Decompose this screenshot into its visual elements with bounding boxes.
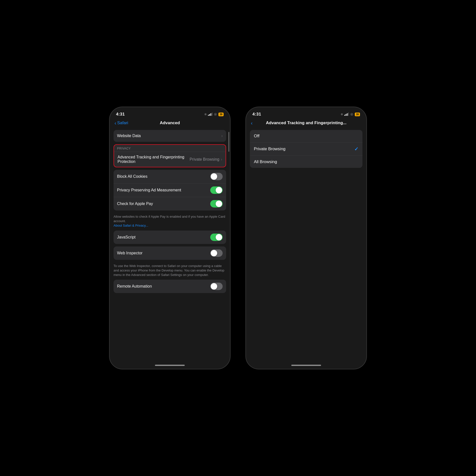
javascript-row[interactable]: JavaScript xyxy=(114,231,226,244)
battery-badge-right: 39 xyxy=(355,113,360,116)
phone-left: 4:31 ☉ 39 ‹ Safari Advanced Website Data xyxy=(109,107,231,369)
home-bar-left xyxy=(155,365,185,366)
nav-title-left: Advanced xyxy=(160,120,180,125)
nav-bar-left: ‹ Safari Advanced xyxy=(110,119,230,128)
website-data-row[interactable]: Website Data › xyxy=(114,130,226,142)
home-indicator-right xyxy=(246,361,366,369)
remote-automation-row[interactable]: Remote Automation xyxy=(114,280,226,293)
web-inspector-description: To use the Web Inspector, connect to Saf… xyxy=(114,262,226,280)
block-cookies-toggle[interactable] xyxy=(210,173,223,180)
javascript-group: JavaScript xyxy=(114,231,226,244)
option-row-off[interactable]: Off xyxy=(250,130,362,142)
status-icons-right: ☉ 39 xyxy=(341,113,360,116)
advanced-tracking-value: Private Browsing xyxy=(190,157,219,162)
website-data-group: Website Data › xyxy=(114,130,226,142)
signal-icon-right xyxy=(344,113,349,116)
web-inspector-toggle[interactable] xyxy=(210,249,223,257)
web-inspector-row[interactable]: Web Inspector xyxy=(114,246,226,260)
home-bar-right xyxy=(291,365,321,366)
screen-content-left[interactable]: Website Data › PRIVACY Advanced Tracking… xyxy=(110,128,230,361)
nav-bar-right: ‹ Advanced Tracking and Fingerprinting..… xyxy=(246,119,366,128)
option-label-all: All Browsing xyxy=(254,159,277,164)
web-inspector-group: Web Inspector xyxy=(114,246,226,260)
back-button-left[interactable]: ‹ Safari xyxy=(115,120,128,125)
time-left: 4:31 xyxy=(116,112,125,117)
checkmark-icon: ✓ xyxy=(354,146,358,152)
time-right: 4:31 xyxy=(252,112,261,117)
remote-automation-group: Remote Automation xyxy=(114,280,226,293)
home-indicator-left xyxy=(110,361,230,369)
apple-pay-description: Allow websites to check if Apple Pay is … xyxy=(114,213,226,231)
back-button-right[interactable]: ‹ xyxy=(251,120,253,125)
website-data-label: Website Data xyxy=(117,134,221,138)
javascript-knob xyxy=(216,234,222,240)
apple-pay-knob xyxy=(216,201,222,207)
back-label-left: Safari xyxy=(117,120,128,125)
options-group: Off Private Browsing ✓ All Browsing xyxy=(250,130,362,168)
privacy-section-label: PRIVACY xyxy=(114,145,226,152)
privacy-ad-row[interactable]: Privacy Preserving Ad Measurement xyxy=(114,183,226,197)
privacy-group: PRIVACY Advanced Tracking and Fingerprin… xyxy=(114,144,226,167)
option-row-private[interactable]: Private Browsing ✓ xyxy=(250,142,362,155)
remote-automation-label: Remote Automation xyxy=(117,284,210,289)
advanced-tracking-chevron: › xyxy=(221,157,222,162)
block-cookies-label: Block All Cookies xyxy=(117,174,210,179)
back-chevron-left: ‹ xyxy=(115,120,116,125)
block-cookies-row[interactable]: Block All Cookies xyxy=(114,170,226,183)
web-inspector-knob xyxy=(211,250,217,256)
apple-pay-row[interactable]: Check for Apple Pay xyxy=(114,197,226,210)
advanced-tracking-row[interactable]: Advanced Tracking and Fingerprinting Pro… xyxy=(114,152,226,167)
signal-icon xyxy=(208,113,212,116)
privacy-ad-label: Privacy Preserving Ad Measurement xyxy=(117,188,210,192)
phone-right: 4:31 ☉ 39 ‹ Advanced Tracking and Finger… xyxy=(245,107,367,369)
nav-title-right: Advanced Tracking and Fingerprinting... xyxy=(266,120,347,125)
scrollbar-thumb xyxy=(228,132,229,152)
bluetooth-icon xyxy=(205,113,207,115)
option-label-off: Off xyxy=(254,134,259,139)
privacy-ad-toggle[interactable] xyxy=(210,186,223,194)
wifi-icon: ☉ xyxy=(214,113,217,116)
apple-pay-toggle[interactable] xyxy=(210,200,223,208)
remote-automation-knob xyxy=(211,283,217,290)
safari-privacy-link[interactable]: About Safari & Privacy... xyxy=(114,224,148,227)
website-data-chevron: › xyxy=(221,134,223,138)
back-chevron-right: ‹ xyxy=(251,120,253,125)
privacy-ad-knob xyxy=(216,187,222,193)
web-inspector-label: Web Inspector xyxy=(117,251,210,255)
remote-automation-toggle[interactable] xyxy=(210,283,223,290)
screen-content-right[interactable]: Off Private Browsing ✓ All Browsing xyxy=(246,128,366,361)
javascript-label: JavaScript xyxy=(117,235,210,239)
battery-badge-left: 39 xyxy=(218,113,224,116)
block-cookies-knob xyxy=(211,173,217,180)
wifi-icon-right: ☉ xyxy=(350,113,353,116)
cookies-group: Block All Cookies Privacy Preserving Ad … xyxy=(114,170,226,210)
status-bar-left: 4:31 ☉ 39 xyxy=(110,107,230,119)
apple-pay-label: Check for Apple Pay xyxy=(117,202,210,206)
status-icons-left: ☉ 39 xyxy=(205,113,224,116)
javascript-toggle[interactable] xyxy=(210,234,223,241)
scrollbar-track xyxy=(228,132,229,361)
bluetooth-icon-right xyxy=(341,113,343,115)
option-label-private: Private Browsing xyxy=(254,147,286,151)
advanced-tracking-label: Advanced Tracking and Fingerprinting Pro… xyxy=(118,155,190,164)
status-bar-right: 4:31 ☉ 39 xyxy=(246,107,366,119)
option-row-all[interactable]: All Browsing xyxy=(250,155,362,168)
